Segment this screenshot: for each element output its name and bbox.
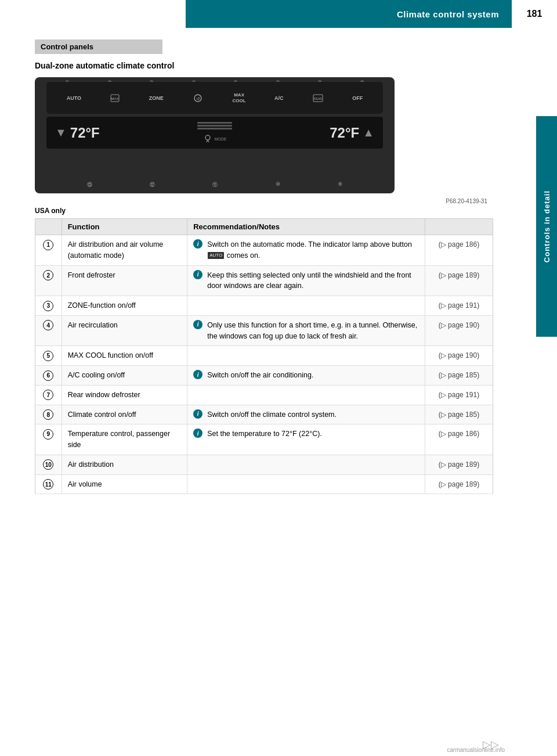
subsection-title: Dual-zone automatic climate control [35,61,493,70]
info-icon: i [193,409,202,419]
row-function: Air distribution [62,455,187,474]
table-row: 4Air recirculationiOnly use this functio… [35,315,493,346]
row-recommendation: iSwitch on/off the air conditioning. [187,366,425,386]
info-icon: i [193,429,202,438]
zone-button[interactable]: ZONE [149,95,164,101]
off-button[interactable]: OFF [352,95,363,101]
table-row: 8Climate control on/offiSwitch on/off th… [35,405,493,424]
row-recommendation [187,455,425,474]
row-function: Air volume [62,474,187,494]
col-function-header: Function [62,219,187,235]
maxcool-button[interactable]: MAXCOOL [233,92,246,103]
panel-bottom: ⑬ ⑫ ⑪ ⑩ ⑨ [46,181,383,189]
callout-12: ⑫ [150,181,155,189]
table-row: 7Rear window defroster(▷ page 191) [35,385,493,405]
panel-top: AUTO MAX ZONE ↺ MAXCOOL A/C REAR OFF [46,82,383,114]
usa-only-label: USA only [35,207,493,215]
row-recommendation [187,296,425,316]
table-row: 1Air distribution and air volume (automa… [35,235,493,266]
row-recommendation: iOnly use this function for a short time… [187,315,425,346]
row-recommendation [187,346,425,366]
circle-number: 5 [43,351,53,361]
max-button[interactable]: MAX [110,93,120,103]
row-page-ref: (▷ page 186) [425,424,493,455]
callout-11: ⑪ [212,181,218,189]
temp-left: 72°F [70,125,100,141]
circle-number: 3 [43,301,53,311]
table-row: 11Air volume(▷ page 189) [35,474,493,494]
circle-number: 11 [43,479,53,489]
row-page-ref: (▷ page 190) [425,315,493,346]
circle-number: 7 [43,390,53,400]
row-recommendation: iSet the temperature to 72°F (22°C). [187,424,425,455]
auto-button[interactable]: AUTO [67,95,81,101]
table-row: 9Temperature control, passenger sideiSet… [35,424,493,455]
callout-9: ⑨ [338,181,342,189]
main-content: Control panels Dual-zone automatic clima… [0,28,511,733]
row-function: MAX COOL function on/off [62,346,187,366]
table-row: 2Front defrosteriKeep this setting selec… [35,265,493,296]
page-number: 181 [511,0,557,28]
table-row: 3ZONE-function on/off(▷ page 191) [35,296,493,316]
row-page-ref: (▷ page 185) [425,366,493,386]
table-body: 1Air distribution and air volume (automa… [35,235,493,494]
ac-button[interactable]: A/C [274,95,284,101]
row-number: 2 [35,265,62,296]
function-table: Function Recommendation/Notes 1Air distr… [35,218,493,494]
row-function: Air recirculation [62,315,187,346]
watermark: carmanualsionline.info [447,747,505,753]
temp-right: 72°F [330,125,359,141]
info-icon: i [193,370,202,379]
image-ref: P68.20-4139-31 [35,198,493,204]
rear-button[interactable]: REAR [312,93,324,103]
circle-number: 6 [43,370,53,381]
recirculate-button[interactable]: ↺ [192,93,204,103]
row-page-ref: (▷ page 189) [425,455,493,474]
table-row: 5MAX COOL function on/off(▷ page 190) [35,346,493,366]
circle-number: 8 [43,409,53,420]
circle-number: 1 [43,240,53,250]
row-number: 10 [35,455,62,474]
row-page-ref: (▷ page 191) [425,296,493,316]
row-function: Climate control on/off [62,405,187,424]
row-number: 3 [35,296,62,316]
row-number: 6 [35,366,62,386]
panel-display: ▼ 72°F MODE 72°F ▲ [46,117,383,149]
callout-10: ⑩ [276,181,280,189]
row-number: 5 [35,346,62,366]
header-title: Climate control system [397,9,499,19]
info-icon: i [193,270,202,279]
row-number: 7 [35,385,62,405]
row-number: 9 [35,424,62,455]
row-function: Front defroster [62,265,187,296]
info-icon: i [193,239,202,249]
row-page-ref: (▷ page 191) [425,385,493,405]
row-number: 8 [35,405,62,424]
row-function: Air distribution and air volume (automat… [62,235,187,266]
col-recommendation-header: Recommendation/Notes [187,219,425,235]
circle-number: 9 [43,429,53,440]
row-function: Rear window defroster [62,385,187,405]
info-icon: i [193,320,202,329]
row-recommendation [187,474,425,494]
row-function: Temperature control, passenger side [62,424,187,455]
row-page-ref: (▷ page 185) [425,405,493,424]
header-title-area: Climate control system [186,0,511,28]
header-bar: Climate control system 181 [0,0,557,28]
footer: ▷▷ [0,733,511,756]
row-number: 4 [35,315,62,346]
col-num-header [35,219,62,235]
circle-number: 2 [43,270,53,280]
svg-text:MAX: MAX [111,97,119,100]
svg-point-6 [205,135,210,140]
row-page-ref: (▷ page 189) [425,474,493,494]
row-number: 11 [35,474,62,494]
row-function: ZONE-function on/off [62,296,187,316]
section-header: Control panels [35,39,162,54]
row-function: A/C cooling on/off [62,366,187,386]
col-pageref-header [425,219,493,235]
callout-13: ⑬ [87,181,92,189]
svg-text:REAR: REAR [314,97,322,100]
circle-number: 10 [43,459,53,470]
circle-number: 4 [43,320,53,330]
